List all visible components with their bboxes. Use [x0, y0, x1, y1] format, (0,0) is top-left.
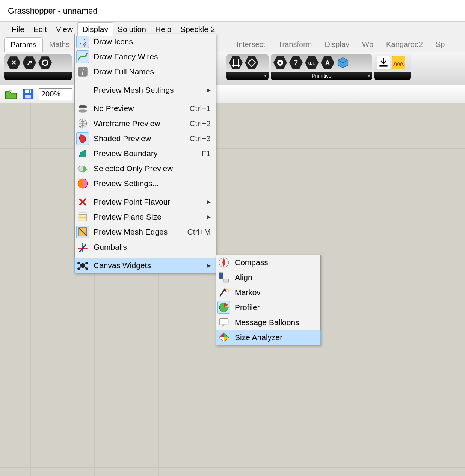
- tab-intersect[interactable]: Intersect: [230, 37, 272, 52]
- widget-item-compass[interactable]: Compass: [216, 255, 320, 270]
- gumball-icon: [76, 241, 89, 253]
- hex-a-icon[interactable]: A: [320, 56, 335, 69]
- title-bar: Grasshopper - unnamed: [0, 0, 465, 21]
- menu-item-label: Size Analyzer: [235, 333, 315, 342]
- ribbon-icon-row: 7 0.1 A: [271, 54, 372, 71]
- menu-display[interactable]: Display: [77, 22, 113, 36]
- svg-rect-49: [224, 279, 229, 282]
- menu-item-selected-only-preview[interactable]: Selected Only Preview: [75, 161, 216, 176]
- menu-item-label: Shaded Preview: [94, 134, 177, 143]
- menu-item-preview-mesh-edges[interactable]: Preview Mesh EdgesCtrl+M: [75, 224, 216, 240]
- hex-circle-icon[interactable]: [38, 56, 52, 69]
- menu-item-label: Draw Icons: [94, 37, 211, 46]
- menu-item-label: Canvas Widgets: [94, 261, 203, 270]
- svg-text:0.1: 0.1: [308, 60, 315, 66]
- svg-rect-24: [25, 95, 31, 98]
- menu-item-preview-settings-[interactable]: Preview Settings...: [75, 176, 216, 191]
- point-flavour-icon: [76, 196, 89, 208]
- menu-view[interactable]: View: [51, 23, 77, 36]
- menu-item-label: Wireframe Preview: [94, 119, 177, 128]
- boundary-icon: [76, 147, 89, 160]
- svg-point-50: [226, 288, 228, 290]
- menu-item-preview-boundary[interactable]: Preview BoundaryF1: [75, 146, 216, 161]
- menu-item-wireframe-preview[interactable]: Wireframe PreviewCtrl+2: [75, 116, 216, 131]
- svg-point-29: [78, 109, 87, 113]
- widget-item-markov[interactable]: Markov: [216, 285, 320, 300]
- menu-item-no-preview[interactable]: No PreviewCtrl+1: [75, 101, 216, 116]
- tab-wb[interactable]: Wb: [356, 37, 380, 52]
- mesh-edges-icon: [76, 226, 89, 238]
- shaded-icon: [76, 132, 89, 145]
- widget-item-profiler[interactable]: Profiler: [216, 300, 320, 315]
- cube-icon[interactable]: [336, 56, 350, 69]
- ribbon-group-left: ✕ ↗: [4, 54, 72, 80]
- widgets-icon: [76, 259, 89, 272]
- profiler-icon: [217, 301, 230, 314]
- svg-text:✕: ✕: [11, 59, 17, 66]
- tab-display[interactable]: Display: [318, 37, 356, 52]
- menu-item-draw-icons[interactable]: Draw Icons: [75, 34, 216, 49]
- zoom-value: 200%: [41, 90, 60, 98]
- hex-mesh-icon[interactable]: [229, 56, 243, 69]
- menu-item-label: Gumballs: [94, 243, 211, 252]
- menu-item-label: Align: [235, 273, 315, 282]
- menu-item-draw-fancy-wires[interactable]: Draw Fancy Wires: [75, 49, 216, 64]
- tab-transform[interactable]: Transform: [272, 37, 318, 52]
- menu-item-preview-mesh-settings[interactable]: Preview Mesh Settings▶: [75, 83, 216, 98]
- menu-item-label: Preview Mesh Edges: [94, 227, 175, 236]
- save-file-icon[interactable]: [21, 87, 35, 101]
- spectrum-icon[interactable]: [392, 56, 405, 69]
- svg-point-52: [225, 291, 227, 292]
- open-file-icon[interactable]: [4, 87, 18, 101]
- menu-item-label: Profiler: [235, 303, 315, 312]
- menu-item-shaded-preview[interactable]: Shaded PreviewCtrl+3: [75, 131, 216, 146]
- svg-rect-48: [219, 273, 223, 278]
- hex-arrow-icon[interactable]: ↗: [22, 56, 36, 69]
- shortcut: Ctrl+1: [189, 104, 211, 113]
- nopreview-icon: [76, 102, 89, 115]
- ribbon-group-label[interactable]: ▾: [226, 72, 269, 80]
- svg-marker-4: [38, 56, 52, 69]
- tab-maths[interactable]: Maths: [43, 37, 76, 52]
- svg-marker-55: [222, 325, 225, 327]
- hex-01-icon[interactable]: 0.1: [305, 56, 319, 69]
- markov-icon: [217, 286, 230, 299]
- hex-x-icon[interactable]: ✕: [6, 56, 21, 69]
- menu-item-preview-plane-size[interactable]: Preview Plane Size▶: [75, 209, 216, 224]
- ribbon: ✕ ↗ ▾ 7 0.1 A Primitive▾: [0, 52, 465, 85]
- ribbon-group-right: [374, 54, 411, 80]
- menu-item-label: Compass: [235, 258, 315, 267]
- tab-params[interactable]: Params: [4, 37, 43, 52]
- balloons-icon: [217, 316, 230, 329]
- svg-text:↗: ↗: [27, 59, 32, 66]
- hex-diamond-icon[interactable]: [245, 56, 259, 69]
- shortcut: Ctrl+3: [189, 134, 211, 143]
- ribbon-group-label-primitive[interactable]: Primitive▾: [271, 72, 372, 80]
- widget-item-align[interactable]: Align: [216, 270, 320, 285]
- canvas-widgets-submenu: CompassAlignMarkovProfilerMessage Balloo…: [216, 255, 321, 345]
- menu-file[interactable]: File: [7, 23, 29, 36]
- menu-item-draw-full-names[interactable]: iDraw Full Names: [75, 64, 216, 79]
- menu-item-gumballs[interactable]: Gumballs: [75, 240, 216, 255]
- hex-donut-icon[interactable]: [273, 56, 287, 69]
- tab-kangaroo2[interactable]: Kangaroo2: [380, 37, 429, 52]
- ribbon-icon-row: [226, 54, 269, 71]
- svg-marker-59: [224, 337, 229, 342]
- svg-point-11: [279, 62, 281, 64]
- zoom-input[interactable]: 200%: [39, 88, 72, 100]
- hex-seven-icon[interactable]: 7: [289, 56, 303, 69]
- menu-item-label: Selected Only Preview: [94, 164, 211, 173]
- svg-point-28: [78, 105, 87, 109]
- compass-icon: [217, 256, 230, 269]
- svg-text:7: 7: [294, 59, 298, 67]
- menu-item-label: Preview Settings...: [94, 179, 211, 188]
- tab-sp[interactable]: Sp: [429, 37, 451, 52]
- menu-item-preview-point-flavour[interactable]: Preview Point Flavour▶: [75, 194, 216, 209]
- widget-item-size-analyzer[interactable]: Size Analyzer: [216, 330, 320, 345]
- window-title: Grasshopper - unnamed: [8, 6, 97, 16]
- ribbon-group-label-text: Primitive: [311, 73, 332, 79]
- widget-item-message-balloons[interactable]: Message Balloons: [216, 315, 320, 330]
- menu-edit[interactable]: Edit: [29, 23, 51, 36]
- menu-item-canvas-widgets[interactable]: Canvas Widgets▶: [75, 258, 216, 273]
- download-icon[interactable]: [377, 56, 390, 69]
